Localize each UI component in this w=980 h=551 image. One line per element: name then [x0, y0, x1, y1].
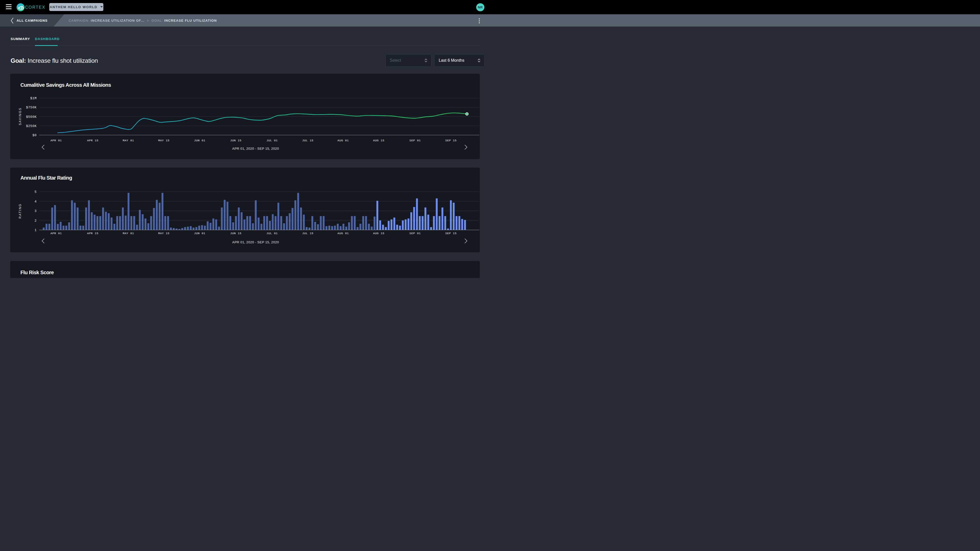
svg-text:MAY 15: MAY 15	[158, 232, 169, 235]
svg-text:JUN 01: JUN 01	[194, 232, 205, 235]
svg-text:APR 01: APR 01	[51, 139, 62, 142]
svg-text:APR 15: APR 15	[87, 232, 98, 235]
svg-text:SAVINGS: SAVINGS	[18, 107, 22, 125]
svg-text:AUG 01: AUG 01	[337, 232, 348, 235]
svg-text:AUG 01: AUG 01	[337, 139, 348, 142]
svg-text:SEP 15: SEP 15	[445, 232, 457, 235]
svg-text:$250K: $250K	[26, 124, 37, 128]
svg-text:AUG 15: AUG 15	[373, 139, 384, 142]
svg-text:AUG 15: AUG 15	[373, 232, 384, 235]
svg-text:JUN 15: JUN 15	[230, 232, 242, 235]
svg-text:SEP 01: SEP 01	[409, 232, 421, 235]
svg-text:2: 2	[35, 219, 37, 223]
svg-text:JUL 01: JUL 01	[266, 232, 278, 235]
svg-text:MAY 01: MAY 01	[123, 232, 134, 235]
svg-text:SEP 15: SEP 15	[445, 139, 457, 142]
svg-text:MAY 15: MAY 15	[158, 139, 169, 142]
svg-text:$1M: $1M	[30, 97, 37, 100]
svg-text:$0: $0	[32, 133, 37, 137]
svg-text:JUL 01: JUL 01	[266, 139, 278, 142]
svg-text:APR 01, 2020 - SEP 15, 2020: APR 01, 2020 - SEP 15, 2020	[232, 240, 279, 244]
svg-text:APR 01: APR 01	[51, 232, 62, 235]
svg-text:3: 3	[35, 209, 37, 213]
svg-text:5: 5	[35, 190, 37, 194]
svg-text:1: 1	[35, 228, 37, 232]
svg-text:JUN 01: JUN 01	[194, 139, 205, 142]
svg-text:JUL 15: JUL 15	[302, 232, 313, 235]
svg-text:4: 4	[35, 200, 37, 203]
svg-text:RATING: RATING	[18, 203, 22, 218]
svg-text:JUN 15: JUN 15	[230, 139, 242, 142]
svg-text:SEP 01: SEP 01	[409, 139, 421, 142]
svg-text:MAY 01: MAY 01	[123, 139, 134, 142]
svg-text:$500K: $500K	[26, 115, 37, 119]
svg-text:$750K: $750K	[26, 106, 37, 110]
svg-text:JUL 15: JUL 15	[302, 139, 313, 142]
svg-text:APR 01, 2020 - SEP 15, 2020: APR 01, 2020 - SEP 15, 2020	[232, 147, 279, 151]
svg-text:APR 15: APR 15	[87, 139, 98, 142]
